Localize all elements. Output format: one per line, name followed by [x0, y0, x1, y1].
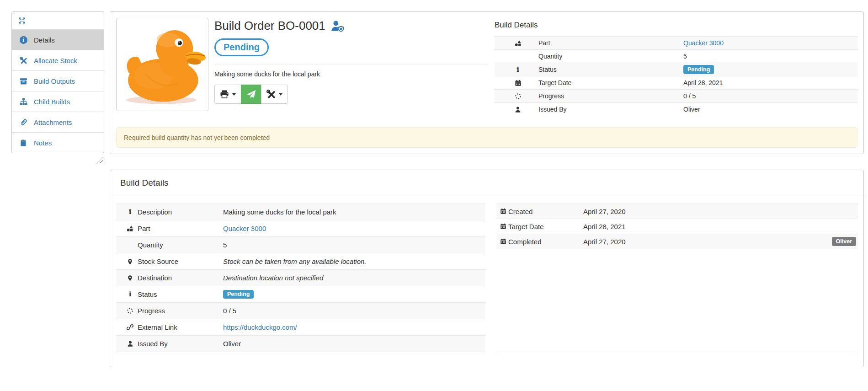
expand-icon: [18, 17, 26, 24]
tools-icon: [18, 57, 28, 64]
status-badge: Pending: [223, 290, 254, 299]
table-row: Destination Destination location not spe…: [116, 269, 485, 286]
info-circle-icon: i: [18, 36, 28, 44]
build-quantity-alert: Required build quantity has not yet been…: [116, 127, 857, 148]
info-icon: i: [116, 291, 138, 298]
table-row: i Status Pending: [116, 286, 485, 302]
page-title: Build Order BO-0001: [214, 19, 488, 33]
build-description: Making some ducks for the local park: [214, 70, 488, 78]
sidebar-item-label: Details: [34, 36, 55, 44]
title-divider: [214, 64, 488, 64]
tools-icon: [266, 90, 276, 99]
table-row: i Description Making some ducks for the …: [116, 204, 485, 220]
calendar-icon: [496, 238, 508, 245]
sidebar: i Details Allocate Stock: [11, 11, 104, 163]
part-thumbnail[interactable]: [116, 18, 208, 111]
table-row: Completed April 27, 2020 Oliver: [496, 234, 858, 249]
sidebar-resize-handle[interactable]: [97, 157, 103, 163]
calendar-icon: [496, 223, 508, 230]
table-row: i Status Pending: [495, 63, 857, 76]
user-icon: [495, 106, 538, 113]
table-row: Part Quacker 3000: [116, 220, 485, 236]
user-shield-icon: [331, 20, 345, 32]
status-badge: Pending: [683, 65, 714, 74]
sidebar-item-attachments[interactable]: Attachments: [12, 112, 104, 132]
rubber-duck-image: [118, 20, 206, 109]
table-row: External Link https://duckduckgo.com/: [116, 319, 485, 335]
sidebar-item-label: Build Outputs: [34, 77, 75, 85]
part-link[interactable]: Quacker 3000: [683, 39, 724, 47]
clipboard-icon: [18, 139, 28, 147]
print-actions-button[interactable]: [214, 85, 241, 104]
table-row: Progress 0 / 5: [116, 302, 485, 319]
table-row: Quantity 5: [495, 49, 857, 63]
paperclip-icon: [18, 118, 28, 126]
title-column: Build Order BO-0001 Pending: [214, 18, 488, 116]
header-media: Build Order BO-0001 Pending: [116, 18, 488, 116]
sitemap-icon: [18, 98, 28, 106]
sidebar-item-child-builds[interactable]: Child Builds: [12, 91, 104, 112]
details-table-left: i Description Making some ducks for the …: [116, 204, 485, 352]
boxes-icon: [18, 77, 28, 85]
sidebar-item-label: Child Builds: [34, 98, 70, 106]
table-row: Target Date April 28, 2021: [495, 76, 857, 89]
caret-down-icon: [232, 93, 236, 96]
sidebar-item-build-outputs[interactable]: Build Outputs: [12, 70, 104, 91]
printer-icon: [220, 90, 229, 99]
user-icon: [116, 340, 138, 347]
main-content: Build Order BO-0001 Pending: [110, 11, 864, 367]
external-link[interactable]: https://duckduckgo.com/: [223, 323, 297, 331]
build-order-header-panel: Build Order BO-0001 Pending: [110, 11, 864, 154]
paper-plane-icon: [246, 90, 256, 99]
details-table-right: Created April 27, 2020: [496, 204, 858, 352]
map-marker-icon: [116, 258, 138, 265]
part-link[interactable]: Quacker 3000: [223, 225, 266, 232]
spinner-icon: [495, 93, 538, 100]
build-summary: Build Details Part Quacker 3000: [488, 18, 857, 116]
sidebar-item-allocate-stock[interactable]: Allocate Stock: [12, 50, 104, 70]
shapes-icon: [495, 40, 538, 47]
build-order-page: i Details Allocate Stock: [0, 0, 868, 367]
table-row: Target Date April 28, 2021: [496, 219, 858, 234]
summary-heading: Build Details: [495, 21, 857, 30]
table-row: Part Quacker 3000: [495, 36, 857, 49]
info-icon: i: [495, 66, 538, 73]
table-row: Stock Source Stock can be taken from any…: [116, 253, 485, 269]
sidebar-item-notes[interactable]: Notes: [12, 132, 104, 153]
build-actions-button[interactable]: [261, 85, 288, 104]
completed-by-badge: Oliver: [832, 237, 856, 246]
panel-body: i Description Making some ducks for the …: [110, 196, 863, 367]
table-row: Progress 0 / 5: [495, 89, 857, 102]
panel-heading: Build Details: [110, 170, 863, 196]
calendar-icon: [495, 80, 538, 86]
link-icon: [116, 324, 138, 331]
status-pill: Pending: [214, 38, 269, 56]
action-button-group: [214, 85, 488, 104]
build-details-panel: Build Details i Description Making some …: [110, 170, 864, 367]
calendar-icon: [496, 208, 508, 214]
spinner-icon: [116, 307, 138, 314]
map-marker-icon: [116, 274, 138, 282]
table-row: Created April 27, 2020: [496, 204, 858, 219]
sidebar-nav: i Details Allocate Stock: [11, 11, 104, 153]
summary-table: Part Quacker 3000 Quantity 5 i Status Pe…: [495, 36, 857, 116]
sidebar-item-label: Attachments: [34, 118, 72, 126]
sidebar-item-label: Notes: [34, 139, 52, 147]
caret-down-icon: [279, 93, 282, 96]
send-report-button[interactable]: [241, 85, 261, 104]
table-row: Quantity 5: [116, 236, 485, 253]
sidebar-item-details[interactable]: i Details: [12, 29, 104, 50]
shapes-icon: [116, 225, 138, 232]
table-row: Issued By Oliver: [495, 102, 857, 116]
sidebar-item-label: Allocate Stock: [34, 57, 77, 64]
info-icon: i: [116, 209, 138, 215]
table-row: Issued By Oliver: [116, 335, 485, 352]
sidebar-expand-button[interactable]: [12, 12, 104, 29]
